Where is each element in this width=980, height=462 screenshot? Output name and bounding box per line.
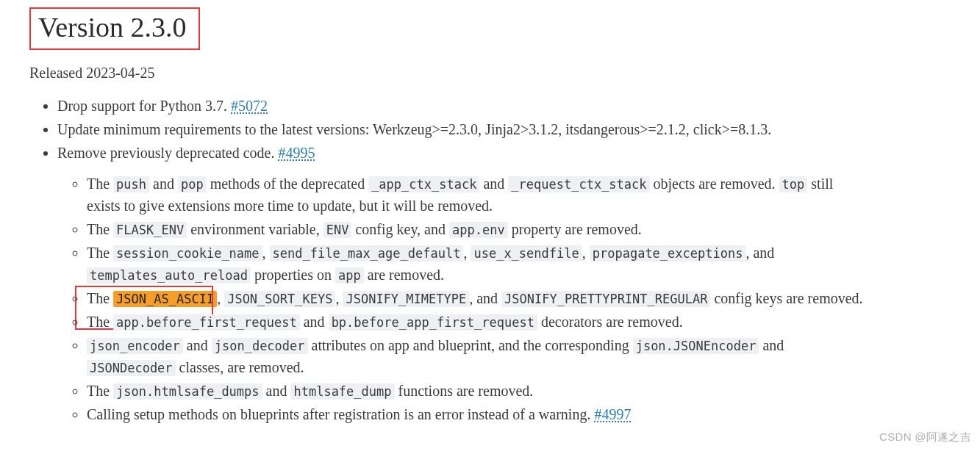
issue-link-5072[interactable]: #5072 [231, 98, 268, 114]
text: and [759, 337, 784, 353]
text: , [262, 245, 270, 261]
code-token: JSONIFY_MIMETYPE [343, 291, 469, 307]
list-item: The json.htmlsafe_dumps and htmlsafe_dum… [87, 380, 866, 402]
changelog-top-list: Drop support for Python 3.7. #5072 Updat… [29, 95, 866, 425]
code-token: app [335, 267, 364, 284]
code-token: propagate_exceptions [590, 245, 746, 261]
code-token: session_cookie_name [113, 245, 262, 261]
text: and [262, 383, 291, 399]
text: The [87, 245, 113, 261]
text: The [87, 221, 113, 237]
text: attributes on app and blueprint, and the… [308, 337, 633, 353]
watermark: CSDN @阿遂之吉 [879, 430, 971, 444]
text: The [87, 314, 113, 330]
code-token: app.env [449, 222, 508, 238]
text: and [479, 176, 508, 192]
list-item: The session_cookie_name, send_file_max_a… [87, 242, 866, 286]
text: , [463, 245, 471, 261]
list-item: The push and pop methods of the deprecat… [87, 173, 866, 217]
text: , and [469, 290, 501, 306]
text: and [183, 337, 212, 353]
text: config key, and [351, 221, 449, 237]
text: , [217, 290, 224, 306]
text: and [149, 176, 178, 192]
text: , [582, 245, 590, 261]
list-item: Drop support for Python 3.7. #5072 [57, 95, 866, 117]
text: Drop support for Python 3.7. [57, 98, 231, 114]
code-token: _app_ctx_stack [368, 176, 479, 192]
code-token: JSONDecoder [87, 360, 176, 376]
text: Remove previously deprecated code. [57, 145, 278, 161]
code-token: json.JSONEncoder [633, 338, 759, 354]
list-item: The FLASK_ENV environment variable, ENV … [87, 218, 866, 240]
code-token: JSONIFY_PRETTYPRINT_REGULAR [501, 291, 710, 307]
list-item-json-config-keys: The JSON_AS_ASCII, JSON_SORT_KEYS, JSONI… [87, 287, 866, 309]
code-token: json.htmlsafe_dumps [113, 383, 262, 400]
code-token-json-as-ascii: JSON_AS_ASCII [113, 291, 217, 307]
code-token: json_encoder [87, 338, 183, 354]
released-date: Released 2023-04-25 [29, 65, 951, 82]
text: The [87, 383, 113, 399]
code-token: htmlsafe_dump [290, 383, 394, 400]
code-token: send_file_max_age_default [270, 245, 464, 261]
code-token: FLASK_ENV [113, 222, 187, 238]
code-token: top [779, 176, 808, 192]
text: property are removed. [508, 221, 642, 237]
text: properties on [251, 267, 335, 283]
code-token: app.before_first_request [113, 314, 300, 331]
text: decorators are removed. [537, 314, 683, 330]
text: classes, are removed. [176, 359, 304, 375]
code-token: json_decoder [212, 338, 308, 354]
page-title: Version 2.3.0 [29, 7, 200, 50]
code-token: templates_auto_reload [87, 267, 251, 284]
text: , [335, 290, 343, 306]
text: are removed. [364, 267, 444, 283]
list-item: Calling setup methods on blueprints afte… [87, 403, 866, 425]
list-item: The app.before_first_request and bp.befo… [87, 311, 866, 333]
list-item: Update minimum requirements to the lates… [57, 118, 866, 140]
code-token: _request_ctx_stack [508, 176, 649, 192]
text: config keys are removed. [710, 290, 862, 306]
code-token: use_x_sendfile [471, 245, 582, 261]
code-token: push [113, 176, 149, 192]
text: objects are removed. [650, 176, 779, 192]
text: , and [745, 245, 774, 261]
list-item: Remove previously deprecated code. #4995… [57, 142, 866, 425]
code-token: pop [178, 176, 207, 192]
issue-link-4997[interactable]: #4997 [594, 406, 631, 422]
list-item: json_encoder and json_decoder attributes… [87, 334, 866, 378]
code-token: bp.before_app_first_request [329, 314, 537, 331]
issue-link-4995[interactable]: #4995 [278, 145, 315, 161]
text: environment variable, [187, 221, 323, 237]
code-token: ENV [323, 222, 352, 238]
text: The [87, 176, 113, 192]
code-token: JSON_SORT_KEYS [224, 291, 335, 307]
text: and [300, 314, 329, 330]
changelog-sub-list: The push and pop methods of the deprecat… [57, 173, 866, 425]
text: The [87, 290, 113, 306]
text: methods of the deprecated [207, 176, 368, 192]
text: functions are removed. [395, 383, 534, 399]
text: Calling setup methods on blueprints afte… [87, 406, 594, 422]
